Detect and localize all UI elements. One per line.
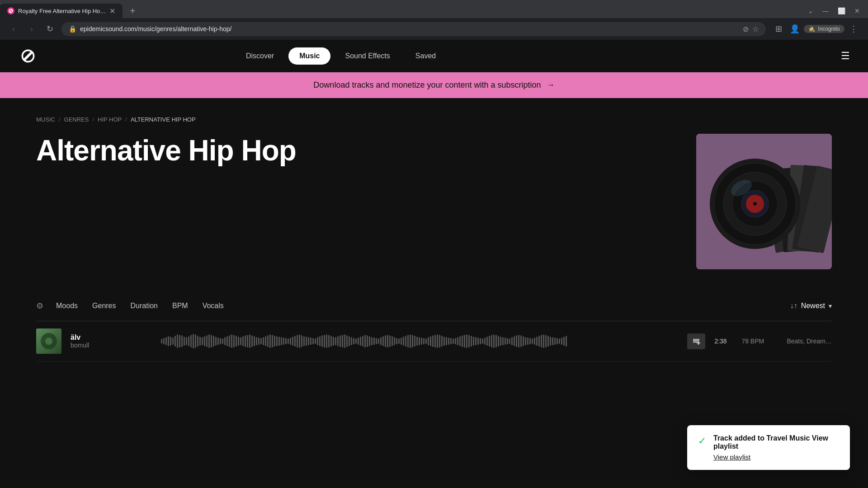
track-info: älv bomull (71, 333, 152, 349)
track-name: älv (71, 333, 152, 342)
active-tab[interactable]: Royalty Free Alternative Hip Ho… ✕ (0, 4, 123, 18)
filter-settings-icon[interactable]: ⚙ (36, 301, 43, 311)
window-list-button[interactable]: ⌄ (803, 5, 818, 16)
profile-icon[interactable]: 👤 (788, 22, 802, 36)
track-row[interactable]: älv bomull 2:38 78 BPM Beats, Dream… (36, 321, 832, 361)
vocals-filter-button[interactable]: Vocals (201, 298, 226, 314)
filters-bar: ⚙ Moods Genres Duration BPM Vocals ↓↑ Ne… (36, 291, 832, 321)
tab-bar: Royalty Free Alternative Hip Ho… ✕ + ⌄ —… (0, 0, 868, 18)
track-actions (687, 333, 705, 349)
address-bar[interactable]: 🔒 epidemicsound.com/music/genres/alterna… (61, 22, 766, 36)
breadcrumb-music[interactable]: MUSIC (36, 116, 55, 123)
sort-icon: ↓↑ (790, 302, 797, 310)
camera-off-icon: ⊘ (743, 25, 749, 33)
window-controls: ⌄ — ⬜ ✕ (803, 5, 868, 16)
toast-title: Track added to Travel Music View playlis… (713, 434, 839, 450)
forward-button[interactable]: › (25, 23, 38, 35)
banner-text: Download tracks and monetize your conten… (313, 80, 541, 90)
back-button[interactable]: ‹ (7, 23, 20, 35)
track-add-button[interactable] (687, 333, 705, 349)
extension-icon[interactable]: ⊞ (771, 22, 786, 36)
track-genre: Beats, Dream… (787, 338, 832, 345)
breadcrumb-sep-2: / (92, 116, 94, 123)
breadcrumb-sep-3: / (125, 116, 127, 123)
genre-hero-image (696, 134, 832, 269)
hamburger-menu-button[interactable]: ☰ (841, 50, 850, 62)
browser-chrome: Royalty Free Alternative Hip Ho… ✕ + ⌄ —… (0, 0, 868, 40)
genres-filter-button[interactable]: Genres (90, 298, 118, 314)
toast-content: Track added to Travel Music View playlis… (713, 434, 839, 461)
address-text: epidemicsound.com/music/genres/alternati… (80, 25, 739, 33)
toast-notification: ✓ Track added to Travel Music View playl… (687, 425, 850, 470)
sort-section: ↓↑ Newest ▾ (790, 302, 832, 310)
hero-section: Alternative Hip Hop (36, 134, 832, 269)
tab-close-button[interactable]: ✕ (109, 7, 115, 15)
tab-title: Royalty Free Alternative Hip Ho… (18, 8, 106, 14)
hero-image-inner (696, 134, 832, 269)
nav-discover[interactable]: Discover (235, 47, 285, 65)
track-thumbnail (36, 328, 61, 354)
maximize-button[interactable]: ⬜ (833, 5, 850, 16)
logo[interactable] (18, 46, 38, 66)
track-waveform[interactable] (161, 330, 678, 352)
sort-dropdown-icon: ▾ (829, 302, 832, 310)
track-cover-art (36, 328, 61, 354)
hero-illustration (696, 134, 832, 269)
subscription-banner[interactable]: Download tracks and monetize your conten… (0, 72, 868, 98)
moods-filter-button[interactable]: Moods (54, 298, 80, 314)
incognito-badge: 🕵 Incognito (804, 25, 844, 33)
duration-filter-button[interactable]: Duration (129, 298, 160, 314)
nav-links: Discover Music Sound Effects Saved (235, 47, 447, 65)
breadcrumb-hiphop[interactable]: HIP HOP (98, 116, 122, 123)
toast-view-playlist-link[interactable]: View playlist (713, 453, 839, 461)
nav-music[interactable]: Music (288, 47, 330, 65)
track-list: älv bomull 2:38 78 BPM Beats, Dream… (36, 321, 832, 361)
track-image (36, 328, 61, 354)
track-duration: 2:38 (714, 338, 732, 345)
address-bar-icons: ⊘ ☆ (743, 25, 759, 33)
browser-right-icons: ⊞ 👤 🕵 Incognito ⋮ (771, 22, 861, 36)
close-button[interactable]: ✕ (850, 5, 864, 16)
toast-check-icon: ✓ (698, 435, 706, 447)
minimize-button[interactable]: — (818, 5, 833, 16)
main-content: MUSIC / GENRES / HIP HOP / ALTERNATIVE H… (0, 98, 868, 380)
incognito-icon: 🕵 (808, 26, 815, 32)
reload-button[interactable]: ↻ (43, 23, 56, 35)
incognito-label: Incognito (818, 26, 840, 32)
nav-sound-effects[interactable]: Sound Effects (334, 47, 401, 65)
page-title: Alternative Hip Hop (36, 134, 296, 167)
address-bar-row: ‹ › ↻ 🔒 epidemicsound.com/music/genres/a… (0, 18, 868, 40)
track-artist: bomull (71, 342, 152, 349)
svg-point-17 (45, 338, 52, 345)
track-bpm: 78 BPM (741, 338, 778, 345)
app: Discover Music Sound Effects Saved ☰ Dow… (0, 40, 868, 488)
breadcrumb-current: ALTERNATIVE HIP HOP (131, 116, 196, 123)
breadcrumb: MUSIC / GENRES / HIP HOP / ALTERNATIVE H… (36, 116, 832, 123)
bpm-filter-button[interactable]: BPM (170, 298, 190, 314)
tab-favicon (7, 7, 14, 14)
banner-arrow-icon: → (547, 80, 555, 90)
sort-button[interactable]: ↓↑ Newest ▾ (790, 302, 832, 310)
menu-icon[interactable]: ⋮ (846, 22, 861, 36)
epidemic-sound-logo-icon (20, 48, 36, 64)
bookmark-icon[interactable]: ☆ (752, 25, 759, 33)
navbar: Discover Music Sound Effects Saved ☰ (0, 40, 868, 72)
add-to-playlist-icon (692, 336, 701, 345)
new-tab-button[interactable]: + (126, 5, 139, 17)
nav-saved[interactable]: Saved (405, 47, 447, 65)
sort-label: Newest (801, 302, 825, 310)
breadcrumb-genres[interactable]: GENRES (64, 116, 89, 123)
svg-point-12 (753, 202, 757, 206)
breadcrumb-sep-1: / (59, 116, 61, 123)
